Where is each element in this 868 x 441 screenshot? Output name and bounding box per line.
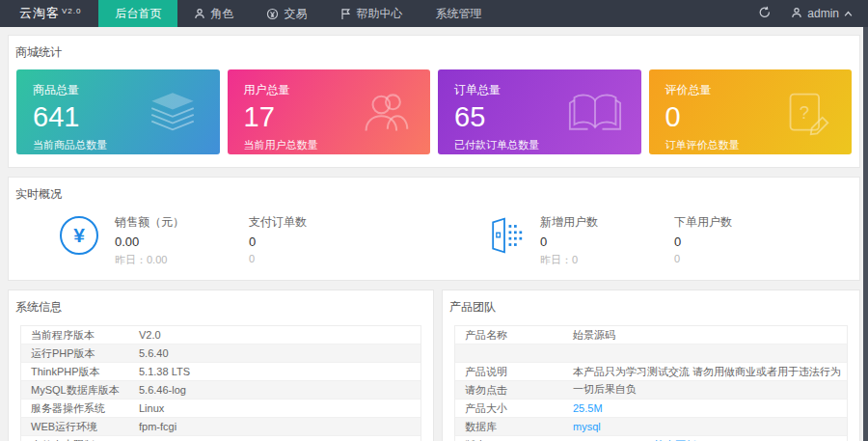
window-scrollbar[interactable] — [863, 27, 868, 441]
coin-icon — [266, 8, 279, 20]
stat-paid-orders: 支付订单数 0 0 — [249, 214, 383, 264]
database-link[interactable]: mysql — [573, 418, 847, 435]
stat-value: 0 — [674, 234, 808, 249]
table-row: 数据库 mysql — [455, 418, 847, 436]
system-info-panel: 系统信息 当前程序版本 V2.0 运行PHP版本 5.6.40 ThinkPHP… — [8, 289, 434, 441]
table-row: 版本 20100106 检查更新 — [455, 436, 847, 441]
stat-card-users: 用户总量 17 当前用户总数量 — [228, 69, 431, 154]
stat-value: 0 — [249, 234, 383, 249]
stat-cards: 商品总量 641 当前商品总数量 用户总量 17 — [9, 69, 859, 167]
table-row: MySQL数据库版本 5.6.46-log — [21, 381, 420, 400]
menu-item-home-label: 后台首页 — [115, 6, 161, 22]
row-value: fpm-fcgi — [139, 418, 420, 435]
app-logo: 云淘客 V2.0 — [0, 0, 98, 27]
navbar-right: admin — [758, 0, 868, 27]
stat-label: 下单用户数 — [674, 214, 808, 231]
dashboard-screen: 云淘客 V2.0 后台首页 角色 交易 — [0, 0, 868, 441]
realtime-row: ¥ 销售额（元） 0.00 昨日：0.00 支付订单数 0 0 — [9, 211, 859, 280]
row-label: WEB运行环境 — [21, 418, 139, 435]
menu-item-home[interactable]: 后台首页 — [98, 0, 177, 27]
row-label: 版本 — [455, 436, 573, 441]
row-value: 本产品只为学习测试交流 请勿用做商业或者用于违法行为 一切后果自负 — [573, 363, 847, 380]
table-row: ThinkPHP版本 5.1.38 LTS — [21, 363, 420, 381]
menu-item-help[interactable]: 帮助中心 — [323, 0, 419, 27]
row-value: 5.6.40 — [139, 345, 420, 362]
row-value: 始景源码 — [573, 326, 847, 344]
stat-card-products: 商品总量 641 当前商品总数量 — [16, 69, 220, 154]
table-row: 运行PHP版本 5.6.40 — [21, 345, 420, 363]
row-label: 服务器操作系统 — [21, 400, 139, 417]
table-row: WEB运行环境 fpm-fcgi — [21, 418, 420, 436]
stats-panel: 商城统计 商品总量 641 当前商品总数量 — [8, 35, 860, 168]
app-logo-text: 云淘客 — [19, 5, 60, 22]
realtime-panel: 实时概况 ¥ 销售额（元） 0.00 昨日：0.00 支付订单数 0 0 — [8, 177, 860, 281]
row-value: V2.0 — [139, 326, 420, 344]
menu-item-trade-label: 交易 — [284, 6, 307, 22]
stat-card-orders: 订单总量 65 已付款订单总数量 — [438, 69, 641, 154]
stat-value: 0 — [540, 234, 674, 249]
stat-sub: 昨日：0.00 — [115, 253, 249, 267]
stat-ordering-users: 下单用户数 0 0 — [674, 214, 808, 264]
row-label: 产品大小 — [455, 400, 573, 417]
table-row-empty — [455, 345, 847, 363]
users-icon — [361, 91, 411, 137]
chevron-up-icon — [844, 7, 853, 20]
book-icon — [568, 91, 622, 137]
layers-icon — [145, 91, 201, 141]
menu-item-trade[interactable]: 交易 — [250, 0, 323, 27]
row-label: 当前程序版本 — [21, 326, 139, 344]
page-content: 商城统计 商品总量 641 当前商品总数量 — [0, 27, 868, 441]
stat-sales: 销售额（元） 0.00 昨日：0.00 — [115, 214, 249, 267]
row-label: MySQL数据库版本 — [21, 381, 139, 399]
note-question-icon: ? — [784, 91, 832, 141]
menu-item-roles[interactable]: 角色 — [177, 0, 250, 27]
stat-label: 支付订单数 — [249, 214, 383, 231]
row-label: 产品名称 — [455, 326, 573, 344]
realtime-group-sales: ¥ 销售额（元） 0.00 昨日：0.00 支付订单数 0 0 — [9, 214, 434, 267]
stat-sub: 昨日：0 — [540, 253, 674, 267]
table-row: 当前程序版本 V2.0 — [21, 326, 420, 345]
product-size-link[interactable]: 25.5M — [573, 400, 847, 417]
stat-card-desc: 已付款订单总数量 — [454, 138, 625, 152]
system-info-title: 系统信息 — [9, 290, 433, 324]
refresh-icon[interactable] — [758, 6, 772, 22]
yen-circle-icon: ¥ — [59, 215, 99, 256]
stat-label: 新增用户数 — [540, 214, 674, 231]
menu-item-system[interactable]: 系统管理 — [419, 0, 498, 27]
row-label — [455, 345, 573, 362]
stat-value: 0.00 — [115, 234, 249, 249]
main-menu: 后台首页 角色 交易 — [98, 0, 498, 27]
product-team-table: 产品名称 始景源码 产品说明 本产品只为学习测试交流 请勿用做商业或者用于违法行… — [454, 325, 848, 441]
row-value: 5.1.38 LTS — [139, 363, 420, 380]
table-row: 产品说明 本产品只为学习测试交流 请勿用做商业或者用于违法行为 一切后果自负 — [455, 363, 847, 381]
stat-sub: 0 — [674, 253, 808, 264]
product-team-title: 产品团队 — [443, 290, 859, 324]
user-menu[interactable]: admin — [791, 7, 853, 21]
flag-icon — [339, 8, 351, 20]
row-label: 上传大小限制 — [21, 436, 139, 441]
table-row: 产品名称 始景源码 — [455, 326, 847, 345]
row-label: 数据库 — [455, 418, 573, 435]
stat-label: 销售额（元） — [115, 214, 249, 231]
table-row: 请勿点击 — [455, 381, 847, 400]
user-avatar-icon — [791, 7, 802, 21]
row-label: 产品说明 — [455, 363, 573, 380]
stat-new-users: 新增用户数 0 昨日：0 — [540, 214, 674, 267]
row-value: 20100106 检查更新 — [573, 436, 847, 441]
row-value — [573, 345, 847, 362]
row-value: Linux — [139, 400, 420, 417]
row-label: 请勿点击 — [455, 381, 573, 399]
row-label: ThinkPHP版本 — [21, 363, 139, 380]
system-info-table: 当前程序版本 V2.0 运行PHP版本 5.6.40 ThinkPHP版本 5.… — [20, 325, 421, 441]
row-value: 5.6.46-log — [139, 381, 420, 399]
stat-card-desc: 当前用户总数量 — [244, 138, 415, 152]
stat-card-reviews: 评价总量 0 订单评价总数量 ? — [649, 69, 853, 154]
menu-item-system-label: 系统管理 — [435, 6, 481, 22]
app-version: V2.0 — [62, 7, 81, 15]
stats-panel-title: 商城统计 — [9, 36, 859, 69]
svg-text:?: ? — [800, 102, 809, 123]
user-icon — [194, 8, 205, 19]
user-name: admin — [807, 7, 839, 20]
table-row: 上传大小限制 50M — [21, 436, 420, 441]
menu-item-roles-label: 角色 — [210, 6, 233, 22]
